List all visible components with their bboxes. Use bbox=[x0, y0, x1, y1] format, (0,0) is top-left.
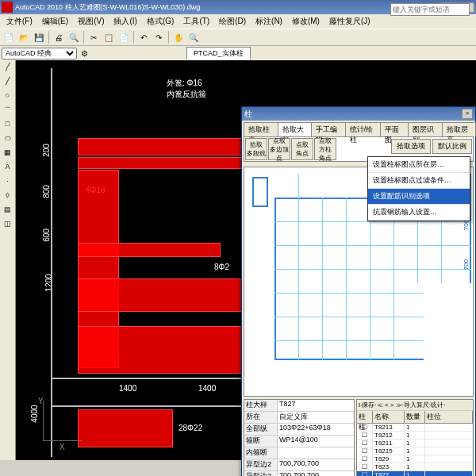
cut-icon[interactable]: ✂ bbox=[86, 30, 101, 44]
dim-1400b: 1400 bbox=[198, 384, 216, 393]
pv-dim-700b: 700 bbox=[463, 259, 470, 270]
menu-extra[interactable]: 藤性复尺(J) bbox=[324, 15, 375, 28]
tab-pick-sample[interactable]: 拾取大样 bbox=[278, 122, 313, 136]
save-icon[interactable]: 💾 bbox=[32, 30, 46, 44]
polyline-tool-icon[interactable]: ╱ bbox=[1, 76, 14, 90]
pick-corner-button[interactable]: 点取 角点 bbox=[291, 138, 313, 160]
label-28f22: 28Φ22 bbox=[178, 424, 202, 432]
document-tab[interactable]: PTCAD_实体柱 bbox=[186, 47, 251, 60]
block-tool-icon[interactable]: ◫ bbox=[1, 219, 14, 232]
toolbar-standard: 📄 📂 💾 🖨 🔍 ✂ 📋 📄 ↶ ↷ ✋ 🔍 bbox=[0, 29, 476, 46]
menu-file[interactable]: 文件(F) bbox=[2, 15, 37, 28]
pick-polyline-button[interactable]: 拾取 多段线 bbox=[245, 138, 267, 160]
dim-800: 800 bbox=[42, 185, 51, 198]
dim-1400a: 1400 bbox=[119, 384, 136, 393]
dialog-title: 柱 bbox=[244, 109, 252, 120]
list-item[interactable]: ☐T8291 bbox=[357, 455, 473, 463]
property-table: 柱大样T827 所在自定义库 全部纵103Φ22+63Φ18 箍断WP14@10… bbox=[244, 399, 355, 476]
column-dialog: 柱× 拾取柱表 拾取大样 手工编辑 统计/绘柱 平面图 图层识别 拾取层高 拾取… bbox=[241, 106, 476, 476]
pick-vertex-button[interactable]: 点取 多边顶点 bbox=[268, 138, 290, 160]
circle-tool-icon[interactable]: ○ bbox=[1, 90, 14, 104]
left-toolbar: ╱ ╱ ○ ⌒ □ ⬭ ▦ A · ◊ ▤ ◫ bbox=[0, 60, 16, 460]
pan-icon[interactable]: ✋ bbox=[171, 30, 186, 44]
table-tool-icon[interactable]: ▤ bbox=[1, 205, 14, 218]
app-logo bbox=[2, 2, 13, 13]
label-8f2: 8Φ2 bbox=[214, 263, 229, 271]
dim-200: 200 bbox=[42, 144, 51, 157]
dim-4000: 4000 bbox=[30, 405, 39, 422]
dim-600: 600 bbox=[42, 228, 51, 242]
default-scale-button[interactable]: 默认比例 bbox=[432, 139, 472, 154]
dialog-close-icon[interactable]: × bbox=[462, 109, 473, 119]
menubar: 文件(F) 编辑(E) 视图(V) 插入(I) 格式(G) 工具(T) 绘图(D… bbox=[0, 14, 476, 29]
zoom-icon[interactable]: 🔍 bbox=[186, 30, 201, 44]
open-icon[interactable]: 📂 bbox=[17, 30, 31, 44]
search-input[interactable] bbox=[390, 3, 470, 16]
window-title: AutoCAD 2010 柱人艺难图(S-W-WL016)S-W-WL030).… bbox=[15, 2, 440, 13]
label-outer: 外篦: Φ16 bbox=[167, 78, 202, 89]
menu-view[interactable]: 视图(V) bbox=[73, 15, 109, 28]
point-tool-icon[interactable]: · bbox=[1, 176, 14, 190]
tab-stat[interactable]: 统计/绘柱 bbox=[345, 122, 382, 136]
workspace-select[interactable]: AutoCAD 经典 bbox=[2, 48, 77, 60]
tab-layer[interactable]: 图层识别 bbox=[408, 122, 443, 136]
menu-dimension[interactable]: 标注(N) bbox=[251, 15, 287, 28]
tab-manual-edit[interactable]: 手工编辑 bbox=[311, 122, 346, 136]
menu-edit[interactable]: 编辑(E) bbox=[37, 15, 73, 28]
dropdown-item-filter[interactable]: 设置柱标图点过滤条件… bbox=[368, 173, 470, 189]
dropdown-item-rebar[interactable]: 设置配筋识别选项 bbox=[368, 189, 470, 205]
undo-icon[interactable]: ↶ bbox=[136, 30, 151, 44]
list-item[interactable]: ☐T82121 bbox=[357, 432, 473, 440]
list-item[interactable]: ☐T8231 bbox=[357, 463, 473, 471]
column-list: I·保存·≪ < > ≫·导入算尺·统计· 柱柱 名称 数量 柱位 ☐T8213… bbox=[356, 399, 474, 476]
dropdown-item-layer[interactable]: 设置柱标图点所在层… bbox=[368, 157, 470, 173]
list-item[interactable]: ☐T82151 bbox=[357, 447, 473, 455]
hatch-tool-icon[interactable]: ▦ bbox=[1, 148, 14, 161]
copy-icon[interactable]: 📋 bbox=[102, 30, 116, 44]
menu-insert[interactable]: 插入(I) bbox=[109, 15, 141, 28]
region-tool-icon[interactable]: ◊ bbox=[1, 190, 14, 204]
list-toolbar[interactable]: I·保存·≪ < > ≫·导入算尺·统计· bbox=[357, 400, 473, 411]
print-icon[interactable]: 🖨 bbox=[52, 30, 66, 44]
new-icon[interactable]: 📄 bbox=[2, 30, 16, 44]
label-inner: 内篦反抗箍 bbox=[167, 89, 206, 100]
dropdown-item-seismic[interactable]: 抗震钢筋输入设置… bbox=[368, 205, 470, 221]
line-tool-icon[interactable]: ╱ bbox=[1, 62, 14, 75]
rect-tool-icon[interactable]: □ bbox=[1, 119, 14, 132]
menu-tools[interactable]: 工具(T) bbox=[178, 15, 214, 28]
menu-modify[interactable]: 修改(M) bbox=[287, 15, 324, 28]
pick-rect-corner-button[interactable]: 点取 方柱 角点 bbox=[314, 138, 336, 160]
menu-draw[interactable]: 绘图(D) bbox=[214, 15, 251, 28]
list-item-selected[interactable]: ☐T8271 bbox=[357, 471, 473, 476]
paste-icon[interactable]: 📄 bbox=[117, 30, 131, 44]
arc-tool-icon[interactable]: ⌒ bbox=[1, 105, 14, 118]
tab-pick-table[interactable]: 拾取柱表 bbox=[244, 122, 278, 136]
list-item[interactable]: ☐T82111 bbox=[357, 440, 473, 447]
preview-icon[interactable]: 🔍 bbox=[67, 30, 81, 44]
tab-plan[interactable]: 平面图 bbox=[380, 122, 409, 136]
redo-icon[interactable]: ↷ bbox=[152, 30, 166, 44]
text-tool-icon[interactable]: A bbox=[1, 162, 14, 175]
options-dropdown: 设置柱标图点所在层… 设置柱标图点过滤条件… 设置配筋识别选项 抗震钢筋输入设置… bbox=[367, 156, 470, 221]
ellipse-tool-icon[interactable]: ⬭ bbox=[1, 133, 14, 147]
tab-height[interactable]: 拾取层高 bbox=[442, 122, 477, 136]
list-item[interactable]: ☐T82131 bbox=[357, 424, 473, 432]
pick-options-button[interactable]: 拾取选项 bbox=[391, 139, 431, 154]
menu-format[interactable]: 格式(G) bbox=[142, 15, 178, 28]
workspace-settings-icon[interactable]: ⚙ bbox=[77, 46, 91, 60]
